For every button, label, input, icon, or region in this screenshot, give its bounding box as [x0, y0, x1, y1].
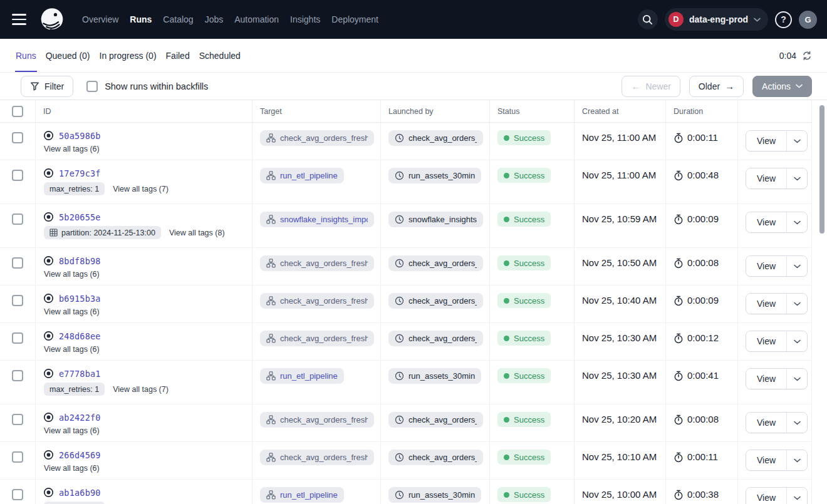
actions-button[interactable]: Actions	[752, 76, 812, 97]
id-cell: ab1a6b90 max_retries: 1 View all tags (7…	[36, 480, 252, 504]
avatar[interactable]: G	[799, 11, 817, 29]
view-button[interactable]: View	[746, 294, 786, 314]
row-checkbox[interactable]	[12, 132, 23, 143]
launched-by-pill[interactable]: check_avg_orders_f…	[388, 293, 483, 309]
view-button[interactable]: View	[746, 256, 786, 276]
tab-scheduled[interactable]: Scheduled	[199, 39, 241, 72]
target-pill[interactable]: run_etl_pipeline	[260, 368, 344, 384]
row-checkbox[interactable]	[12, 170, 23, 181]
select-all-checkbox[interactable]	[12, 106, 23, 117]
run-id-link[interactable]: 248d68ee	[59, 331, 101, 341]
run-id-link[interactable]: 8bdf8b98	[59, 256, 101, 266]
view-dropdown-button[interactable]	[786, 256, 807, 276]
view-all-tags-link[interactable]: View all tags (6)	[44, 464, 100, 473]
view-button[interactable]: View	[746, 488, 786, 504]
view-all-tags-link[interactable]: View all tags (8)	[169, 229, 225, 237]
nav-item-jobs[interactable]: Jobs	[200, 11, 228, 28]
view-all-tags-link[interactable]: View all tags (6)	[44, 145, 100, 153]
launched-by-pill[interactable]: run_assets_30min	[388, 368, 481, 384]
view-button[interactable]: View	[746, 212, 786, 232]
row-checkbox[interactable]	[12, 295, 23, 306]
dagster-logo[interactable]	[40, 8, 64, 31]
nav-item-automation[interactable]: Automation	[230, 11, 283, 28]
refresh-icon[interactable]	[802, 51, 812, 61]
target-pill[interactable]: check_avg_orders_freshne	[260, 255, 374, 271]
help-icon[interactable]: ?	[775, 11, 792, 28]
view-all-tags-link[interactable]: View all tags (7)	[113, 385, 169, 394]
nav-item-runs[interactable]: Runs	[125, 11, 156, 28]
asset-graph-icon	[266, 133, 276, 143]
run-id-link[interactable]: ab2422f0	[59, 413, 101, 423]
run-id-link[interactable]: ab1a6b90	[59, 488, 101, 498]
filter-button[interactable]: Filter	[21, 76, 73, 97]
target-pill[interactable]: run_etl_pipeline	[260, 168, 344, 183]
tab-queued-0[interactable]: Queued (0)	[45, 39, 91, 72]
run-id-link[interactable]: 17e79c3f	[59, 168, 101, 178]
target-pill[interactable]: check_avg_orders_freshne	[260, 293, 374, 309]
launched-by-pill[interactable]: run_assets_30min	[388, 487, 481, 503]
view-dropdown-button[interactable]	[786, 294, 807, 314]
search-icon[interactable]	[638, 9, 658, 29]
nav-item-deployment[interactable]: Deployment	[327, 11, 383, 28]
hamburger-menu-icon[interactable]	[10, 7, 35, 32]
view-dropdown-button[interactable]	[786, 369, 807, 389]
run-id-link[interactable]: b6915b3a	[59, 294, 101, 304]
older-button[interactable]: Older →	[689, 76, 744, 97]
tab-runs[interactable]: Runs	[15, 39, 37, 72]
launched-by-pill[interactable]: run_assets_30min	[388, 168, 481, 183]
view-button[interactable]: View	[746, 168, 786, 188]
target-pill[interactable]: check_avg_orders_freshne	[260, 130, 374, 146]
table-row: 248d68ee View all tags (6) check_avg_ord…	[0, 323, 812, 361]
view-button[interactable]: View	[746, 331, 786, 351]
view-dropdown-button[interactable]	[786, 331, 807, 351]
target-pill[interactable]: snowflake_insights_import	[260, 212, 374, 227]
row-checkbox[interactable]	[12, 489, 23, 500]
row-checkbox[interactable]	[12, 332, 23, 344]
row-checkbox[interactable]	[12, 257, 23, 269]
view-all-tags-link[interactable]: View all tags (6)	[44, 270, 100, 279]
view-dropdown-button[interactable]	[786, 168, 807, 188]
launched-by-pill[interactable]: check_avg_orders_f…	[388, 130, 483, 146]
launched-by-pill[interactable]: check_avg_orders_f…	[388, 412, 483, 428]
row-checkbox[interactable]	[12, 451, 23, 463]
backfills-checkbox[interactable]	[86, 81, 98, 92]
backfills-label[interactable]: Show runs within backfills	[105, 81, 208, 91]
launched-by-pill[interactable]: check_avg_orders_f…	[388, 255, 483, 271]
row-checkbox[interactable]	[12, 213, 23, 225]
org-switcher[interactable]: D data-eng-prod	[665, 8, 768, 31]
tab-failed[interactable]: Failed	[165, 39, 190, 72]
launched-by-pill[interactable]: check_avg_orders_f…	[388, 331, 483, 346]
run-id-link[interactable]: 50a5986b	[59, 131, 101, 141]
nav-item-catalog[interactable]: Catalog	[159, 11, 197, 28]
nav-item-insights[interactable]: Insights	[286, 11, 325, 28]
tab-in-progress-0[interactable]: In progress (0)	[99, 39, 157, 72]
target-pill[interactable]: check_avg_orders_freshne	[260, 412, 374, 428]
view-button[interactable]: View	[746, 413, 786, 433]
target-pill[interactable]: check_avg_orders_freshne	[260, 450, 374, 465]
view-all-tags-link[interactable]: View all tags (6)	[44, 345, 100, 354]
run-id-link[interactable]: 5b20655e	[59, 212, 101, 222]
row-checkbox[interactable]	[12, 414, 23, 425]
view-dropdown-button[interactable]	[786, 413, 807, 433]
nav-item-overview[interactable]: Overview	[78, 11, 123, 28]
view-dropdown-button[interactable]	[786, 131, 807, 151]
view-button[interactable]: View	[746, 369, 786, 389]
target-pill[interactable]: check_avg_orders_freshne	[260, 331, 374, 346]
view-dropdown-button[interactable]	[786, 450, 807, 470]
clock-icon	[395, 259, 404, 268]
view-button[interactable]: View	[746, 131, 786, 151]
run-id-link[interactable]: e7778ba1	[59, 369, 101, 379]
launched-by-pill[interactable]: snowflake_insights_…	[388, 212, 483, 227]
view-button[interactable]: View	[746, 450, 786, 470]
view-all-tags-link[interactable]: View all tags (6)	[44, 307, 100, 316]
view-dropdown-button[interactable]	[786, 488, 807, 504]
target-pill[interactable]: run_etl_pipeline	[260, 487, 344, 503]
run-id-link[interactable]: 266d4569	[59, 450, 101, 460]
view-dropdown-button[interactable]	[786, 212, 807, 232]
scrollbar-thumb[interactable]	[819, 105, 824, 234]
view-all-tags-link[interactable]: View all tags (6)	[44, 426, 100, 435]
newer-button[interactable]: ← Newer	[622, 76, 680, 97]
row-checkbox[interactable]	[12, 370, 23, 381]
launched-by-pill[interactable]: check_avg_orders_f…	[388, 450, 483, 465]
view-all-tags-link[interactable]: View all tags (7)	[113, 185, 169, 193]
